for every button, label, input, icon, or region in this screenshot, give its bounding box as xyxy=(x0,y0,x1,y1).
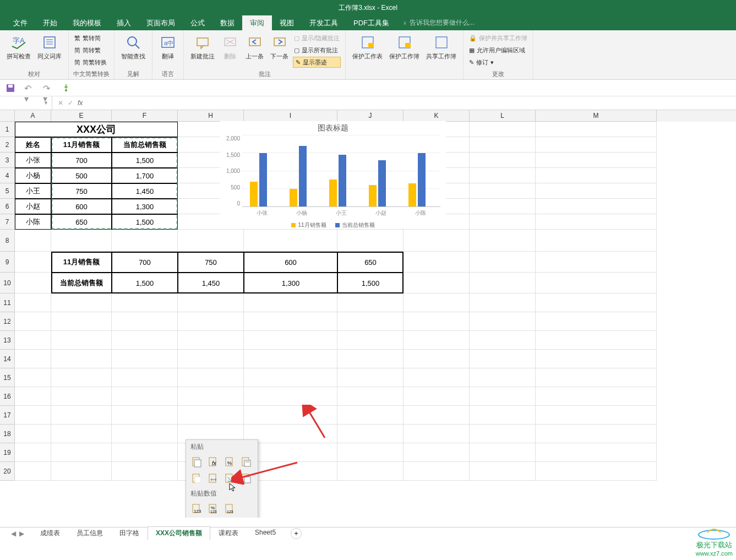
share-workbook-button[interactable]: 共享工作簿 xyxy=(424,32,459,62)
cell-K15[interactable] xyxy=(404,368,470,387)
protect-workbook-button[interactable]: 保护工作簿 xyxy=(387,32,422,62)
chart-bar[interactable] xyxy=(259,153,267,207)
cell-J16[interactable] xyxy=(337,387,404,406)
cell-A4[interactable]: 小杨 xyxy=(15,168,51,183)
cell-M4[interactable] xyxy=(536,168,657,183)
cell-I14[interactable] xyxy=(244,350,337,368)
cell-K8[interactable] xyxy=(404,230,470,252)
cell-J14[interactable] xyxy=(337,350,404,368)
sheet-tab-0[interactable]: 成绩表 xyxy=(32,526,68,540)
tab-home[interactable]: 开始 xyxy=(35,15,65,30)
chart-bar[interactable] xyxy=(369,185,377,206)
cell-J20[interactable] xyxy=(337,462,404,481)
cell-L20[interactable] xyxy=(470,462,536,481)
row-header-6[interactable]: 6 xyxy=(0,199,15,214)
paste-keep-source-icon[interactable] xyxy=(239,455,253,469)
undo-icon[interactable]: ↶ ▾ xyxy=(24,83,34,93)
cell-H10[interactable]: 1,450 xyxy=(178,273,244,293)
cell-J8[interactable] xyxy=(337,230,404,252)
cell-M3[interactable] xyxy=(536,153,657,168)
new-comment-button[interactable]: 新建批注 xyxy=(188,32,217,62)
row-header-12[interactable]: 12 xyxy=(0,312,15,331)
cell-M12[interactable] xyxy=(536,312,657,331)
cell-F3[interactable]: 1,500 xyxy=(112,153,178,168)
col-header-F[interactable]: F xyxy=(112,110,178,122)
grid[interactable]: AEFHIJKLM 123456789101112131415161718192… xyxy=(0,110,736,518)
row-header-9[interactable]: 9 xyxy=(0,252,15,273)
show-ink-button[interactable]: ✎显示墨迹 xyxy=(293,57,341,68)
cell-M17[interactable] xyxy=(536,406,657,425)
cell-L9[interactable] xyxy=(470,252,536,273)
paste-values-icon[interactable]: 123 xyxy=(189,502,204,516)
cell-L14[interactable] xyxy=(470,350,536,368)
cell-K14[interactable] xyxy=(404,350,470,368)
spelling-button[interactable]: 字A 拼写检查 xyxy=(4,32,33,62)
cell-L13[interactable] xyxy=(470,331,536,350)
cell-L2[interactable] xyxy=(470,137,536,153)
cell-L12[interactable] xyxy=(470,312,536,331)
cell-F18[interactable] xyxy=(112,425,178,443)
col-header-A[interactable]: A xyxy=(15,110,51,122)
cell-J9[interactable]: 650 xyxy=(337,252,404,273)
cell-A16[interactable] xyxy=(15,387,51,406)
cell-F12[interactable] xyxy=(112,312,178,331)
cell-M1[interactable] xyxy=(536,122,657,137)
sheet-tab-5[interactable]: Sheet5 xyxy=(247,526,284,540)
cell-F9[interactable]: 700 xyxy=(112,252,178,273)
cell-M20[interactable] xyxy=(536,462,657,481)
cell-H15[interactable] xyxy=(178,368,244,387)
cell-I16[interactable] xyxy=(244,387,337,406)
row-header-7[interactable]: 7 xyxy=(0,214,15,230)
row-header-5[interactable]: 5 xyxy=(0,183,15,199)
sheet-nav-next-icon[interactable]: ▶ xyxy=(19,530,24,537)
prev-comment-button[interactable]: 上一条 xyxy=(243,32,266,62)
cell-F8[interactable] xyxy=(112,230,178,252)
cell-H9[interactable]: 750 xyxy=(178,252,244,273)
sheet-tab-4[interactable]: 课程表 xyxy=(210,526,247,540)
row-header-13[interactable]: 13 xyxy=(0,331,15,350)
to-trad-button[interactable]: 繁繁转简 xyxy=(73,32,108,44)
cell-H14[interactable] xyxy=(178,350,244,368)
chart-bar[interactable] xyxy=(329,180,337,206)
cell-E4[interactable]: 500 xyxy=(51,168,112,183)
cell-M14[interactable] xyxy=(536,350,657,368)
cell-E19[interactable] xyxy=(51,443,112,462)
cell-E6[interactable]: 600 xyxy=(51,199,112,214)
tab-pdf[interactable]: PDF工具集 xyxy=(346,15,397,30)
cell-I10[interactable]: 1,300 xyxy=(244,273,337,293)
cell-M6[interactable] xyxy=(536,199,657,214)
cell-I17[interactable] xyxy=(244,406,337,425)
show-hide-comment-button[interactable]: ▢显示/隐藏批注 xyxy=(293,32,341,44)
cell-H16[interactable] xyxy=(178,387,244,406)
cell-F5[interactable]: 1,450 xyxy=(112,183,178,199)
cell-E18[interactable] xyxy=(51,425,112,443)
cell-A19[interactable] xyxy=(15,443,51,462)
row-header-10[interactable]: 10 xyxy=(0,273,15,293)
cell-M11[interactable] xyxy=(536,293,657,312)
cell-J19[interactable] xyxy=(337,443,404,462)
cell-E9[interactable]: 11月销售额 xyxy=(51,252,112,273)
cell-M9[interactable] xyxy=(536,252,657,273)
paste-keep-width-icon[interactable] xyxy=(206,471,220,486)
cell-A8[interactable] xyxy=(15,230,51,252)
cell-A11[interactable] xyxy=(15,293,51,312)
chart-bar[interactable] xyxy=(339,155,346,206)
cell-M7[interactable] xyxy=(536,214,657,230)
cell-J17[interactable] xyxy=(337,406,404,425)
col-header-I[interactable]: I xyxy=(244,110,337,122)
cell-H8[interactable] xyxy=(178,230,244,252)
tab-insert[interactable]: 插入 xyxy=(109,15,139,30)
col-header-K[interactable]: K xyxy=(404,110,470,122)
delete-comment-button[interactable]: 删除 xyxy=(219,32,241,62)
cell-J11[interactable] xyxy=(337,293,404,312)
cell-F20[interactable] xyxy=(112,462,178,481)
cell-L17[interactable] xyxy=(470,406,536,425)
cell-E14[interactable] xyxy=(51,350,112,368)
paste-formulas-icon[interactable]: fx xyxy=(206,455,220,469)
cell-H13[interactable] xyxy=(178,331,244,350)
chart-bar[interactable] xyxy=(378,160,386,207)
chart-bar[interactable] xyxy=(418,153,426,207)
col-header-M[interactable]: M xyxy=(536,110,657,122)
sheet-tab-1[interactable]: 员工信息 xyxy=(68,526,111,540)
col-header-L[interactable]: L xyxy=(470,110,536,122)
